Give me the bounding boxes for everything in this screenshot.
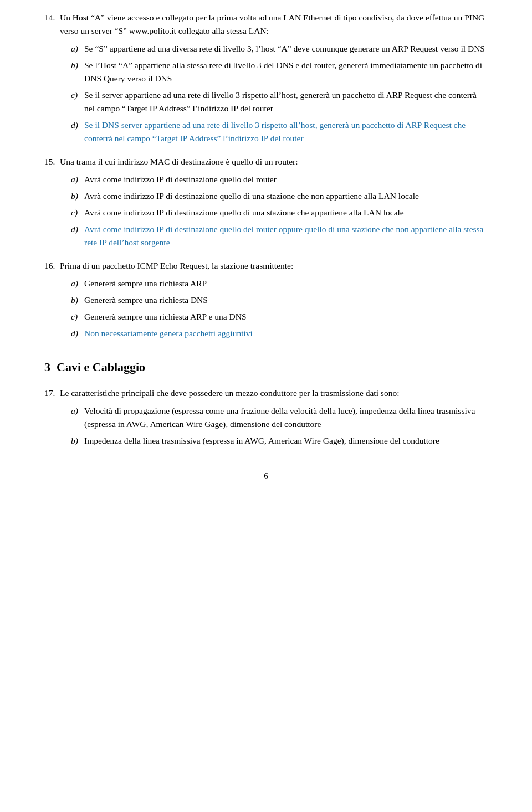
q14-options: a) Se “S” appartiene ad una diversa rete… (71, 42, 488, 145)
list-item: b) Se l’Host “A” appartiene alla stessa … (71, 59, 488, 85)
page-footer: 6 (44, 470, 488, 482)
option-text: Genererà sempre una richiesta DNS (84, 294, 488, 307)
option-label: a) (71, 173, 84, 186)
q15-number: 15. (44, 155, 60, 168)
list-item: d) Avrà come indirizzo IP di destinazion… (71, 223, 488, 249)
option-text: Se “S” appartiene ad una diversa rete di… (84, 42, 488, 55)
list-item: c) Se il server appartiene ad una rete d… (71, 89, 488, 115)
option-text: Se il server appartiene ad una rete di l… (84, 89, 488, 115)
option-text: Genererà sempre una richiesta ARP (84, 277, 488, 290)
list-item: d) Non necessariamente genera pacchetti … (71, 327, 488, 340)
option-label: a) (71, 42, 84, 55)
list-item: b) Impedenza della linea trasmissiva (es… (71, 434, 488, 448)
page-number: 6 (264, 471, 268, 480)
option-label: c) (71, 310, 84, 323)
list-item: c) Avrà come indirizzo IP di destinazion… (71, 206, 488, 219)
list-item: b) Avrà come indirizzo IP di destinazion… (71, 189, 488, 203)
option-text: Avrà come indirizzo IP di destinazione q… (84, 206, 488, 219)
question-17: 17. Le caratteristiche principali che de… (44, 387, 488, 448)
section-number: 3 (44, 360, 50, 374)
option-label: b) (71, 189, 84, 203)
option-text: Velocità di propagazione (espressa come … (84, 404, 488, 431)
list-item: a) Velocità di propagazione (espressa co… (71, 404, 488, 431)
option-text: Avrà come indirizzo IP di destinazione q… (84, 189, 488, 203)
option-text: Avrà come indirizzo IP di destinazione q… (84, 173, 488, 186)
option-text-highlighted: Se il DNS server appartiene ad una rete … (84, 119, 488, 145)
option-label: a) (71, 277, 84, 290)
q15-text: Una trama il cui indirizzo MAC di destin… (60, 155, 488, 168)
option-label: b) (71, 294, 84, 307)
q17-text: Le caratteristiche principali che deve p… (60, 387, 488, 400)
section-title-text: Cavi e Cablaggio (57, 360, 145, 374)
question-14: 14. Un Host “A” viene accesso e collegat… (44, 11, 488, 145)
option-label: b) (71, 59, 84, 85)
list-item: c) Genererà sempre una richiesta ARP e u… (71, 310, 488, 323)
list-item: a) Avrà come indirizzo IP di destinazion… (71, 173, 488, 186)
list-item: a) Se “S” appartiene ad una diversa rete… (71, 42, 488, 55)
option-label: a) (71, 404, 84, 431)
question-16: 16. Prima di un pacchetto ICMP Echo Requ… (44, 259, 488, 340)
option-label: c) (71, 206, 84, 219)
q14-text: Un Host “A” viene accesso e collegato pe… (60, 11, 488, 38)
q14-number: 14. (44, 11, 60, 38)
list-item: b) Genererà sempre una richiesta DNS (71, 294, 488, 307)
list-item: d) Se il DNS server appartiene ad una re… (71, 119, 488, 145)
q17-options: a) Velocità di propagazione (espressa co… (71, 404, 488, 448)
list-item: a) Genererà sempre una richiesta ARP (71, 277, 488, 290)
option-label: b) (71, 434, 84, 448)
q16-text: Prima di un pacchetto ICMP Echo Request,… (60, 259, 488, 273)
option-text: Se l’Host “A” appartiene alla stessa ret… (84, 59, 488, 85)
question-15: 15. Una trama il cui indirizzo MAC di de… (44, 155, 488, 249)
option-text-highlighted: Avrà come indirizzo IP di destinazione q… (84, 223, 488, 249)
section-heading: 3 Cavi e Cablaggio (44, 358, 488, 377)
q16-number: 16. (44, 259, 60, 273)
q17-number: 17. (44, 387, 60, 400)
option-label: d) (71, 223, 84, 249)
option-label: d) (71, 119, 84, 145)
option-label: d) (71, 327, 84, 340)
q15-options: a) Avrà come indirizzo IP di destinazion… (71, 173, 488, 249)
option-text: Impedenza della linea trasmissiva (espre… (84, 434, 488, 448)
option-text: Genererà sempre una richiesta ARP e una … (84, 310, 488, 323)
q16-options: a) Genererà sempre una richiesta ARP b) … (71, 277, 488, 340)
option-label: c) (71, 89, 84, 115)
option-text-highlighted: Non necessariamente genera pacchetti agg… (84, 327, 488, 340)
